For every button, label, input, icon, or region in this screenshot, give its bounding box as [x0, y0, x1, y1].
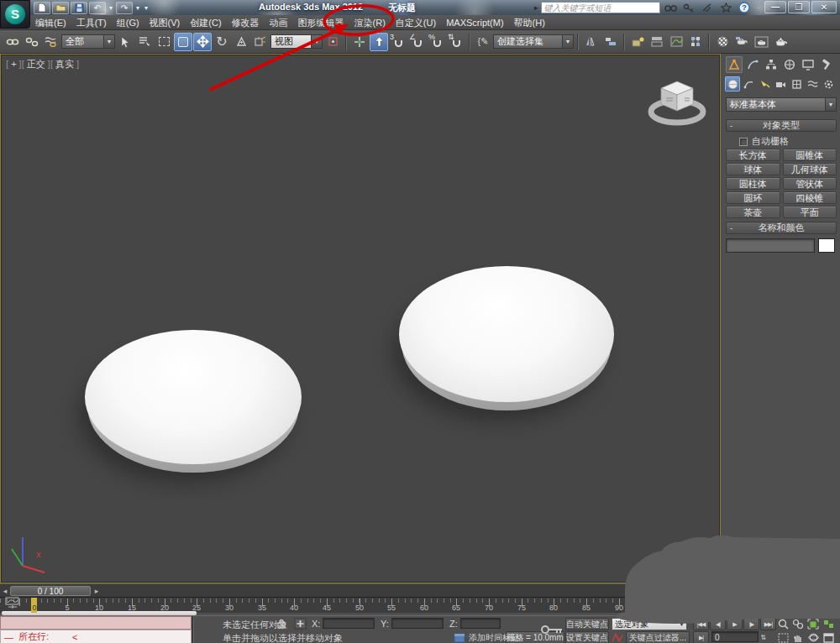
object-type-rollout[interactable]: - 对象类型 — [726, 119, 837, 132]
application-menu-button[interactable]: S — [0, 0, 30, 29]
set-keys-key-icon[interactable] — [540, 624, 564, 636]
primitive-type-dropdown[interactable]: 标准基本体 ▼ — [726, 97, 837, 112]
tab-modify[interactable] — [744, 56, 761, 73]
rendered-frame-window-button[interactable] — [752, 33, 770, 51]
maximize-viewport-button[interactable] — [822, 631, 835, 643]
previous-frame-button[interactable]: ◀| — [710, 618, 726, 630]
pyramid-button[interactable]: 四棱锥 — [783, 191, 837, 204]
select-and-scale-button[interactable] — [232, 33, 250, 51]
render-setup-button[interactable] — [732, 33, 751, 51]
tab-create[interactable] — [726, 56, 743, 73]
rollout-collapse-icon[interactable]: - — [730, 120, 732, 131]
key-mode-toggle-button[interactable]: ▶| — [693, 631, 709, 643]
geosphere-button[interactable]: 几何球体 — [783, 163, 837, 175]
close-button[interactable]: ✕ — [811, 1, 837, 13]
menu-maxscript[interactable]: MAXScript(M) — [441, 15, 508, 30]
menu-help[interactable]: 帮助(H) — [509, 15, 550, 30]
play-button[interactable]: ▶ — [727, 618, 743, 630]
angle-snap-button[interactable]: ∠ — [408, 33, 427, 51]
material-editor-button[interactable] — [713, 33, 732, 51]
sphere-object-left[interactable] — [85, 330, 302, 464]
mini-curve-editor-button[interactable] — [5, 597, 27, 610]
layer-manager-button[interactable] — [628, 33, 647, 51]
new-scene-button[interactable] — [34, 2, 50, 14]
track-bar[interactable]: 0 5 10 15 20 25 30 35 40 45 50 55 60 65 … — [0, 597, 721, 612]
zoom-all-button[interactable] — [791, 618, 805, 630]
viewcube[interactable] — [648, 75, 708, 128]
category-cameras[interactable] — [773, 76, 788, 91]
current-frame-field[interactable]: 0 — [711, 631, 759, 642]
perspective-viewport[interactable]: [ + ][ 正交 ][ 真实 ] x — [0, 54, 721, 583]
cylinder-button[interactable]: 圆柱体 — [726, 177, 780, 190]
zoom-extents-all-button[interactable] — [822, 618, 835, 630]
category-geometry[interactable] — [725, 76, 740, 91]
select-and-link-button[interactable] — [3, 33, 22, 51]
x-coordinate-field[interactable] — [323, 618, 375, 629]
zoom-button[interactable] — [776, 618, 790, 630]
tube-button[interactable]: 管状体 — [783, 177, 837, 190]
menu-edit[interactable]: 编辑(E) — [30, 15, 71, 30]
help-icon[interactable]: ? — [737, 2, 753, 14]
use-pivot-center-button[interactable] — [323, 33, 342, 51]
category-shapes[interactable] — [741, 76, 756, 91]
category-lights[interactable] — [757, 76, 772, 91]
quick-access-more-icon[interactable]: ▾ — [143, 4, 150, 12]
select-and-rotate-button[interactable]: ↻ — [213, 33, 231, 51]
subscription-key-icon[interactable] — [681, 2, 697, 14]
viewport-shading-menu[interactable]: 真实 — [55, 59, 74, 69]
select-and-manipulate-button[interactable] — [350, 33, 369, 51]
communication-satellite-icon[interactable] — [700, 2, 716, 14]
menu-customize[interactable]: 自定义(U) — [391, 15, 441, 30]
unlink-selection-button[interactable] — [23, 33, 41, 51]
name-color-rollout[interactable]: - 名称和颜色 — [726, 222, 837, 234]
torus-button[interactable]: 圆环 — [726, 191, 780, 204]
selection-filter-dropdown[interactable]: 全部 ▼ — [61, 34, 115, 49]
render-production-button[interactable] — [771, 33, 790, 51]
transform-gizmo-button[interactable] — [251, 33, 270, 51]
new-key-curve-icon[interactable] — [611, 631, 624, 643]
spinner-snap-button[interactable]: ⇅ — [447, 33, 465, 51]
rectangular-selection-button[interactable] — [155, 33, 173, 51]
keyboard-shortcut-override-toggle[interactable] — [370, 33, 388, 51]
time-slider-left-arrow[interactable]: ◂ — [1, 586, 9, 596]
restore-button[interactable]: ❐ — [788, 1, 810, 13]
menu-group[interactable]: 组(G) — [112, 15, 144, 30]
tab-motion[interactable] — [781, 56, 798, 73]
select-by-name-button[interactable] — [135, 33, 154, 51]
open-file-button[interactable] — [52, 2, 69, 14]
tab-display[interactable] — [800, 56, 816, 73]
undo-button[interactable]: ↶ — [89, 2, 106, 14]
set-key-button[interactable]: 设置关键点 — [565, 631, 609, 643]
align-button[interactable] — [601, 33, 620, 51]
z-coordinate-field[interactable] — [460, 618, 501, 629]
select-object-button[interactable] — [116, 33, 134, 51]
tab-hierarchy[interactable] — [763, 56, 780, 73]
box-button[interactable]: 长方体 — [726, 149, 780, 161]
menu-rendering[interactable]: 渲染(R) — [349, 15, 391, 30]
selection-lock-icon[interactable] — [277, 619, 286, 629]
redo-dropdown-icon[interactable]: ▾ — [134, 4, 141, 12]
y-coordinate-field[interactable] — [391, 618, 444, 629]
menu-animation[interactable]: 动画 — [265, 15, 293, 30]
teapot-button[interactable]: 茶壶 — [726, 206, 780, 218]
listener-pane[interactable]: — 所在行: < — [0, 630, 192, 643]
percent-snap-button[interactable]: % — [428, 33, 446, 51]
window-crossing-toggle[interactable] — [174, 33, 192, 51]
curve-editor-button[interactable] — [667, 33, 685, 51]
go-to-start-button[interactable]: |◀◀ — [693, 618, 709, 630]
time-slider-handle[interactable]: 0 / 100 — [10, 586, 91, 596]
category-helpers[interactable] — [789, 76, 804, 91]
auto-key-button[interactable]: 自动关键点 — [565, 618, 609, 630]
edit-named-selections-button[interactable]: {✎ — [474, 33, 492, 51]
category-systems[interactable] — [821, 76, 836, 91]
save-file-button[interactable] — [71, 2, 87, 14]
maxscript-mini-listener[interactable]: — 所在行: < — [0, 616, 192, 643]
snaps-toggle-button[interactable]: 3 — [389, 33, 407, 51]
select-and-move-button[interactable] — [193, 33, 212, 51]
absolute-mode-toggle-icon[interactable] — [294, 618, 307, 630]
object-name-input[interactable] — [726, 238, 815, 253]
zoom-extents-button[interactable] — [806, 618, 820, 630]
next-frame-button[interactable]: |▶ — [743, 618, 759, 630]
key-mode-dropdown[interactable]: 选定对象 ▼ — [612, 618, 687, 630]
sphere-button[interactable]: 球体 — [726, 163, 780, 175]
